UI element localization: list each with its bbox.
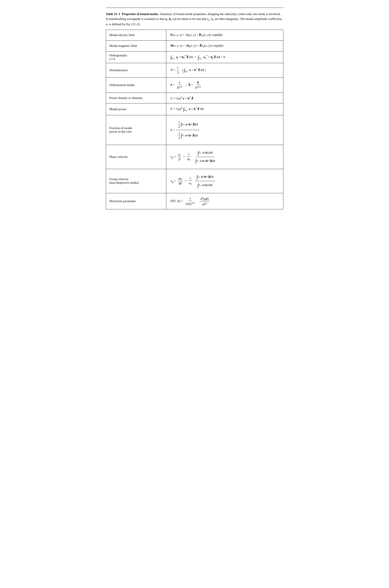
- row-formula-fraction-modal: η = 1 2 ∫Aco e × h*·ẑ dA 1 2 ∫A∞: [166, 115, 283, 145]
- row-label-normalization: Normalization: [106, 63, 166, 78]
- row-formula-modal-electric: E(x, y, z) = {et(x, y) + ẑez(x, y)} exp(…: [166, 30, 283, 40]
- table-row: Modal power P = ½|a|2 ∫A∞ e × h*·ẑ dA: [106, 103, 283, 115]
- row-label-power-density: Power density or intensity: [106, 93, 166, 103]
- row-formula-group-velocity: vg = dω dβ = 1 ε0 ∫A∞ e × h*·ẑ dA ∫A∞ n2…: [166, 169, 283, 193]
- row-formula-distortion: D(V, Δ) = 1 (2Δ)1/2 d2(ρβ) dV2: [166, 193, 283, 209]
- table-row: Power density or intensity S = ½|a|2 e ×…: [106, 93, 283, 103]
- row-formula-orthogonality: ∫A∞ ej × hk*·ẑ dA = ∫A∞ ek* × hj·ẑ dA = …: [166, 51, 283, 63]
- table-row: Normalization N = 1 2 | ∫A∞ e × h*·ẑ dA …: [106, 63, 283, 78]
- table-row: Modal magnetic field H(x, y, z) = {ht(x,…: [106, 40, 283, 51]
- row-label-modal-electric: Modal electric field: [106, 30, 166, 40]
- table-row: Orthogonalityj ≠ k ∫A∞ ej × hk*·ẑ dA = ∫…: [106, 51, 283, 63]
- row-label-orthogonality: Orthogonalityj ≠ k: [106, 51, 166, 63]
- table-row: Group velocity(non-dispersive media) vg …: [106, 169, 283, 193]
- row-label-fraction-modal: Fraction of modalpower in the core: [106, 115, 166, 145]
- table-row: Orthonormal modes ê = e N1/2 ; ĥ = h N1/…: [106, 78, 283, 93]
- table-caption: Table 11–1 Properties of bound modes. Su…: [106, 12, 283, 27]
- row-label-orthonormal: Orthonormal modes: [106, 78, 166, 93]
- page-header: [106, 6, 283, 8]
- caption-bold: Table 11–1 Properties of bound modes.: [106, 12, 159, 16]
- table-row: Fraction of modalpower in the core η = 1…: [106, 115, 283, 145]
- row-formula-modal-power: P = ½|a|2 ∫A∞ e × h*·ẑ dA: [166, 103, 283, 115]
- row-formula-phase-velocity: vp = ω β = 1 μ0 ∫A∞ n2|e|2 dA ∫A∞ n2e × …: [166, 145, 283, 169]
- row-formula-orthonormal: ê = e N1/2 ; ĥ = h N1/2: [166, 78, 283, 93]
- row-label-modal-power: Modal power: [106, 103, 166, 115]
- properties-table: Modal electric field E(x, y, z) = {et(x,…: [106, 30, 283, 209]
- table-row: Phase velocity vp = ω β = 1 μ0 ∫A∞ n2|e|…: [106, 145, 283, 169]
- row-formula-power-density: S = ½|a|2 e × h*·ẑ: [166, 93, 283, 103]
- row-label-group-velocity: Group velocity(non-dispersive media): [106, 169, 166, 193]
- row-label-phase-velocity: Phase velocity: [106, 145, 166, 169]
- row-label-modal-magnetic: Modal magnetic field: [106, 40, 166, 51]
- table-row: Modal electric field E(x, y, z) = {et(x,…: [106, 30, 283, 40]
- row-formula-normalization: N = 1 2 | ∫A∞ e × h*·ẑ dA |: [166, 63, 283, 78]
- row-formula-modal-magnetic: H(x, y, z) = {ht(x, y) + ẑhz(x, y)} exp(…: [166, 40, 283, 51]
- table-row: Distortion parameter D(V, Δ) = 1 (2Δ)1/2…: [106, 193, 283, 209]
- row-label-distortion: Distortion parameter: [106, 193, 166, 209]
